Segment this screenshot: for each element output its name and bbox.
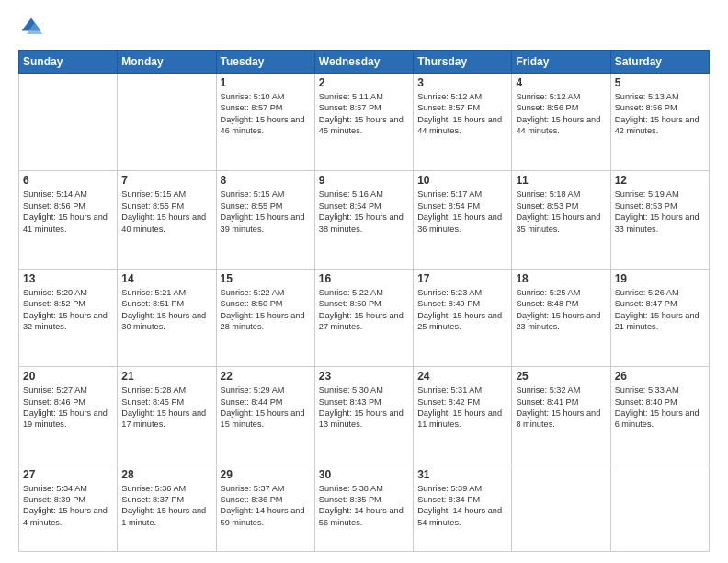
calendar-cell: 3Sunrise: 5:12 AM Sunset: 8:57 PM Daylig… — [414, 74, 512, 171]
cell-details: Sunrise: 5:31 AM Sunset: 8:42 PM Dayligh… — [417, 385, 507, 431]
calendar-week-2: 6Sunrise: 5:14 AM Sunset: 8:56 PM Daylig… — [19, 171, 710, 269]
day-number: 17 — [417, 272, 507, 285]
calendar-cell: 21Sunrise: 5:28 AM Sunset: 8:45 PM Dayli… — [118, 367, 216, 465]
calendar-cell — [118, 74, 216, 171]
cell-details: Sunrise: 5:15 AM Sunset: 8:55 PM Dayligh… — [221, 189, 311, 235]
cell-details: Sunrise: 5:17 AM Sunset: 8:54 PM Dayligh… — [417, 189, 507, 235]
calendar-cell: 26Sunrise: 5:33 AM Sunset: 8:40 PM Dayli… — [610, 367, 709, 465]
calendar-week-3: 13Sunrise: 5:20 AM Sunset: 8:52 PM Dayli… — [19, 269, 710, 366]
calendar-cell: 15Sunrise: 5:22 AM Sunset: 8:50 PM Dayli… — [216, 269, 314, 366]
cell-details: Sunrise: 5:21 AM Sunset: 8:51 PM Dayligh… — [121, 287, 211, 333]
cell-details: Sunrise: 5:38 AM Sunset: 8:35 PM Dayligh… — [319, 483, 409, 529]
cell-details: Sunrise: 5:18 AM Sunset: 8:53 PM Dayligh… — [516, 189, 606, 235]
day-number: 20 — [23, 370, 113, 383]
cell-details: Sunrise: 5:37 AM Sunset: 8:36 PM Dayligh… — [221, 483, 311, 529]
day-number: 22 — [221, 370, 311, 383]
day-number: 31 — [417, 468, 507, 481]
calendar-cell: 12Sunrise: 5:19 AM Sunset: 8:53 PM Dayli… — [610, 171, 709, 269]
weekday-header-thursday: Thursday — [414, 51, 512, 74]
day-number: 3 — [417, 76, 507, 89]
calendar-cell: 19Sunrise: 5:26 AM Sunset: 8:47 PM Dayli… — [610, 269, 709, 366]
day-number: 14 — [121, 272, 211, 285]
cell-details: Sunrise: 5:33 AM Sunset: 8:40 PM Dayligh… — [615, 385, 705, 431]
cell-details: Sunrise: 5:26 AM Sunset: 8:47 PM Dayligh… — [615, 287, 705, 333]
day-number: 16 — [319, 272, 409, 285]
cell-details: Sunrise: 5:29 AM Sunset: 8:44 PM Dayligh… — [221, 385, 311, 431]
weekday-header-wednesday: Wednesday — [314, 51, 413, 74]
calendar-cell: 20Sunrise: 5:27 AM Sunset: 8:46 PM Dayli… — [19, 367, 118, 465]
day-number: 11 — [516, 174, 606, 187]
day-number: 15 — [221, 272, 311, 285]
day-number: 30 — [319, 468, 409, 481]
weekday-header-monday: Monday — [118, 51, 216, 74]
cell-details: Sunrise: 5:14 AM Sunset: 8:56 PM Dayligh… — [23, 189, 113, 235]
day-number: 13 — [23, 272, 113, 285]
calendar-cell: 30Sunrise: 5:38 AM Sunset: 8:35 PM Dayli… — [314, 465, 413, 551]
cell-details: Sunrise: 5:10 AM Sunset: 8:57 PM Dayligh… — [221, 91, 311, 137]
logo — [18, 15, 48, 40]
calendar-cell: 16Sunrise: 5:22 AM Sunset: 8:50 PM Dayli… — [314, 269, 413, 366]
calendar-week-4: 20Sunrise: 5:27 AM Sunset: 8:46 PM Dayli… — [19, 367, 710, 465]
calendar-week-1: 1Sunrise: 5:10 AM Sunset: 8:57 PM Daylig… — [19, 74, 710, 171]
cell-details: Sunrise: 5:13 AM Sunset: 8:56 PM Dayligh… — [615, 91, 705, 137]
day-number: 19 — [615, 272, 705, 285]
calendar-cell: 9Sunrise: 5:16 AM Sunset: 8:54 PM Daylig… — [314, 171, 413, 269]
cell-details: Sunrise: 5:23 AM Sunset: 8:49 PM Dayligh… — [417, 287, 507, 333]
day-number: 7 — [121, 174, 211, 187]
calendar-cell: 23Sunrise: 5:30 AM Sunset: 8:43 PM Dayli… — [314, 367, 413, 465]
cell-details: Sunrise: 5:20 AM Sunset: 8:52 PM Dayligh… — [23, 287, 113, 333]
cell-details: Sunrise: 5:39 AM Sunset: 8:34 PM Dayligh… — [417, 483, 507, 529]
calendar-cell: 10Sunrise: 5:17 AM Sunset: 8:54 PM Dayli… — [414, 171, 512, 269]
weekday-header-tuesday: Tuesday — [216, 51, 314, 74]
page: SundayMondayTuesdayWednesdayThursdayFrid… — [0, 0, 728, 563]
weekday-header-row: SundayMondayTuesdayWednesdayThursdayFrid… — [19, 51, 710, 74]
day-number: 1 — [221, 76, 311, 89]
calendar-cell: 13Sunrise: 5:20 AM Sunset: 8:52 PM Dayli… — [19, 269, 118, 366]
calendar-cell: 8Sunrise: 5:15 AM Sunset: 8:55 PM Daylig… — [216, 171, 314, 269]
cell-details: Sunrise: 5:30 AM Sunset: 8:43 PM Dayligh… — [319, 385, 409, 431]
day-number: 21 — [121, 370, 211, 383]
cell-details: Sunrise: 5:36 AM Sunset: 8:37 PM Dayligh… — [121, 483, 211, 529]
cell-details: Sunrise: 5:25 AM Sunset: 8:48 PM Dayligh… — [516, 287, 606, 333]
cell-details: Sunrise: 5:12 AM Sunset: 8:56 PM Dayligh… — [516, 91, 606, 137]
calendar-cell: 18Sunrise: 5:25 AM Sunset: 8:48 PM Dayli… — [512, 269, 610, 366]
calendar-cell: 1Sunrise: 5:10 AM Sunset: 8:57 PM Daylig… — [216, 74, 314, 171]
header — [18, 15, 710, 40]
day-number: 6 — [23, 174, 113, 187]
calendar-cell: 25Sunrise: 5:32 AM Sunset: 8:41 PM Dayli… — [512, 367, 610, 465]
day-number: 12 — [615, 174, 705, 187]
calendar-cell: 22Sunrise: 5:29 AM Sunset: 8:44 PM Dayli… — [216, 367, 314, 465]
cell-details: Sunrise: 5:11 AM Sunset: 8:57 PM Dayligh… — [319, 91, 409, 137]
calendar-cell: 2Sunrise: 5:11 AM Sunset: 8:57 PM Daylig… — [314, 74, 413, 171]
day-number: 29 — [221, 468, 311, 481]
weekday-header-friday: Friday — [512, 51, 610, 74]
calendar-cell: 17Sunrise: 5:23 AM Sunset: 8:49 PM Dayli… — [414, 269, 512, 366]
cell-details: Sunrise: 5:34 AM Sunset: 8:39 PM Dayligh… — [23, 483, 113, 529]
calendar-cell: 31Sunrise: 5:39 AM Sunset: 8:34 PM Dayli… — [414, 465, 512, 551]
cell-details: Sunrise: 5:22 AM Sunset: 8:50 PM Dayligh… — [221, 287, 311, 333]
calendar-cell: 4Sunrise: 5:12 AM Sunset: 8:56 PM Daylig… — [512, 74, 610, 171]
day-number: 18 — [516, 272, 606, 285]
calendar-cell: 5Sunrise: 5:13 AM Sunset: 8:56 PM Daylig… — [610, 74, 709, 171]
calendar-cell: 29Sunrise: 5:37 AM Sunset: 8:36 PM Dayli… — [216, 465, 314, 551]
day-number: 25 — [516, 370, 606, 383]
cell-details: Sunrise: 5:22 AM Sunset: 8:50 PM Dayligh… — [319, 287, 409, 333]
day-number: 24 — [417, 370, 507, 383]
calendar-cell — [610, 465, 709, 551]
calendar-cell: 27Sunrise: 5:34 AM Sunset: 8:39 PM Dayli… — [19, 465, 118, 551]
day-number: 28 — [121, 468, 211, 481]
calendar-table: SundayMondayTuesdayWednesdayThursdayFrid… — [18, 50, 710, 552]
day-number: 23 — [319, 370, 409, 383]
calendar-cell — [19, 74, 118, 171]
cell-details: Sunrise: 5:32 AM Sunset: 8:41 PM Dayligh… — [516, 385, 606, 431]
cell-details: Sunrise: 5:16 AM Sunset: 8:54 PM Dayligh… — [319, 189, 409, 235]
day-number: 5 — [615, 76, 705, 89]
day-number: 9 — [319, 174, 409, 187]
calendar-cell: 14Sunrise: 5:21 AM Sunset: 8:51 PM Dayli… — [118, 269, 216, 366]
calendar-cell: 28Sunrise: 5:36 AM Sunset: 8:37 PM Dayli… — [118, 465, 216, 551]
calendar-cell: 24Sunrise: 5:31 AM Sunset: 8:42 PM Dayli… — [414, 367, 512, 465]
day-number: 26 — [615, 370, 705, 383]
day-number: 27 — [23, 468, 113, 481]
day-number: 10 — [417, 174, 507, 187]
calendar-cell: 11Sunrise: 5:18 AM Sunset: 8:53 PM Dayli… — [512, 171, 610, 269]
